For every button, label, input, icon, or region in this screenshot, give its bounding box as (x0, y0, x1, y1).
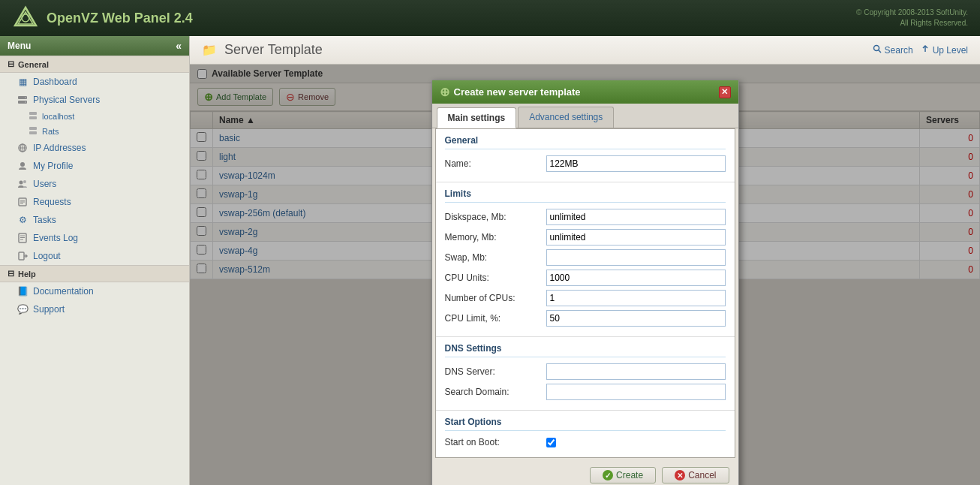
sidebar-section-help[interactable]: ⊟ Help (0, 265, 189, 282)
users-icon (17, 178, 29, 190)
app-logo: OpenVZ Web Panel 2.4 (12, 5, 193, 32)
copyright: © Copyright 2008-2013 SoftUnity. All Rig… (856, 8, 968, 29)
sidebar-item-documentation[interactable]: 📘 Documentation (0, 282, 189, 300)
form-row-cpu-limit: CPU Limit, %: (445, 310, 726, 327)
diskspace-label: Diskspace, Mb: (445, 212, 546, 222)
sidebar-header: Menu « (0, 36, 189, 56)
dns-section-title: DNS Settings (445, 343, 726, 357)
form-row-diskspace: Diskspace, Mb: (445, 209, 726, 225)
search-btn[interactable]: Search (873, 44, 913, 56)
search-domain-input[interactable] (546, 384, 726, 400)
dashboard-icon: ▦ (17, 76, 29, 88)
cpu-limit-label: CPU Limit, %: (445, 313, 546, 324)
main-area: 📁 Server Template Search Up Level (190, 36, 980, 485)
sidebar-subitem-localhost[interactable]: localhost (0, 109, 189, 124)
up-level-btn[interactable]: Up Level (921, 44, 968, 56)
modal-title-icon: ⊕ (440, 85, 449, 99)
memory-label: Memory, Mb: (445, 232, 546, 242)
form-row-start-on-boot: Start on Boot: (445, 437, 726, 447)
support-icon: 💬 (17, 303, 29, 315)
header: OpenVZ Web Panel 2.4 © Copyright 2008-20… (0, 0, 980, 36)
num-cpus-label: Number of CPUs: (445, 293, 546, 303)
profile-icon (17, 160, 29, 172)
form-section-limits: Limits Diskspace, Mb: Memory, Mb: Swap, … (436, 182, 735, 337)
server-small-icon (29, 111, 38, 122)
memory-input[interactable] (546, 229, 726, 246)
form-row-memory: Memory, Mb: (445, 229, 726, 246)
cancel-btn[interactable]: ✕ Cancel (662, 467, 729, 483)
general-section-title: General (445, 135, 726, 149)
start-section-title: Start Options (445, 417, 726, 431)
sidebar-section-general[interactable]: ⊟ General (0, 56, 189, 73)
sidebar-item-requests[interactable]: Requests (0, 193, 189, 211)
network-icon (17, 142, 29, 154)
app-title: OpenVZ Web Panel 2.4 (47, 11, 193, 26)
form-row-dns-server: DNS Server: (445, 363, 726, 380)
create-btn[interactable]: ✓ Create (590, 467, 656, 483)
sidebar-item-users[interactable]: Users (0, 175, 189, 193)
page-header-actions: Search Up Level (873, 44, 968, 56)
name-label: Name: (445, 158, 546, 169)
svg-rect-7 (29, 112, 37, 115)
svg-point-6 (25, 101, 26, 103)
form-section-start: Start Options Start on Boot: (436, 411, 735, 457)
sidebar-item-my-profile[interactable]: My Profile (0, 157, 189, 175)
start-on-boot-checkbox[interactable] (546, 438, 556, 447)
logout-icon (17, 250, 29, 262)
sidebar-item-physical-servers[interactable]: Physical Servers (0, 91, 189, 109)
sidebar-item-tasks[interactable]: ⚙ Tasks (0, 211, 189, 229)
modal-footer: ✓ Create ✕ Cancel (432, 461, 738, 485)
sidebar-item-ip-addresses[interactable]: IP Addresses (0, 139, 189, 157)
form-section-general: General Name: (436, 129, 735, 182)
cpu-limit-input[interactable] (546, 310, 726, 327)
cpu-units-label: CPU Units: (445, 273, 546, 283)
logo-icon (12, 5, 39, 32)
page-title: Server Template (224, 42, 323, 58)
modal-tabs: Main settings Advanced settings (432, 104, 738, 128)
svg-rect-10 (29, 131, 37, 134)
sidebar-collapse-btn[interactable]: « (176, 40, 182, 52)
form-row-num-cpus: Number of CPUs: (445, 290, 726, 306)
up-level-icon (921, 44, 930, 56)
name-input[interactable] (546, 155, 726, 172)
folder-icon: 📁 (202, 43, 217, 57)
svg-point-17 (23, 180, 26, 183)
modal-close-btn[interactable]: ✕ (719, 86, 731, 98)
search-domain-label: Search Domain: (445, 387, 546, 397)
swap-label: Swap, Mb: (445, 252, 546, 263)
dns-server-input[interactable] (546, 363, 726, 380)
server-small-icon2 (29, 126, 38, 137)
sidebar-item-logout[interactable]: Logout (0, 247, 189, 265)
sidebar-item-support[interactable]: 💬 Support (0, 300, 189, 318)
sidebar-item-dashboard[interactable]: ▦ Dashboard (0, 73, 189, 91)
sidebar-item-events-log[interactable]: Events Log (0, 229, 189, 247)
form-row-swap: Swap, Mb: (445, 249, 726, 266)
svg-point-5 (25, 97, 26, 98)
tasks-icon: ⚙ (17, 214, 29, 226)
num-cpus-input[interactable] (546, 290, 726, 306)
modal-body: General Name: Limits Diskspace, Mb: (435, 128, 735, 458)
svg-rect-26 (19, 252, 24, 260)
svg-point-28 (873, 46, 879, 51)
svg-rect-8 (29, 116, 37, 119)
sidebar: Menu « ⊟ General ▦ Dashboard Physical Se… (0, 36, 190, 485)
create-icon: ✓ (603, 470, 613, 480)
modal-titlebar: ⊕ Create new server template ✕ (432, 80, 738, 104)
svg-point-2 (22, 14, 29, 22)
cpu-units-input[interactable] (546, 270, 726, 286)
page-header-left: 📁 Server Template (202, 42, 323, 58)
tab-main-settings[interactable]: Main settings (437, 107, 517, 128)
form-row-search-domain: Search Domain: (445, 384, 726, 400)
start-on-boot-label: Start on Boot: (445, 437, 546, 447)
diskspace-input[interactable] (546, 209, 726, 225)
page-header: 📁 Server Template Search Up Level (190, 36, 980, 65)
svg-rect-9 (29, 127, 37, 130)
tab-advanced-settings[interactable]: Advanced settings (518, 107, 614, 128)
form-section-dns: DNS Settings DNS Server: Search Domain: (436, 337, 735, 411)
swap-input[interactable] (546, 249, 726, 266)
dns-server-label: DNS Server: (445, 366, 546, 377)
sidebar-subitem-rats[interactable]: Rats (0, 124, 189, 139)
svg-point-16 (20, 181, 23, 185)
svg-point-15 (20, 162, 25, 167)
table-container: Available Server Template ⊕ Add Template… (190, 65, 980, 485)
